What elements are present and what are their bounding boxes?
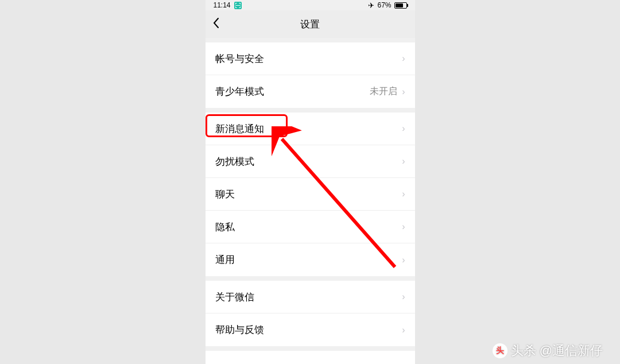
row-privacy[interactable]: 隐私 › [206,211,415,243]
chevron-right-icon: › [402,325,405,335]
chevron-right-icon: › [402,123,405,134]
row-label: 聊天 [215,188,235,201]
row-teen-mode[interactable]: 青少年模式 未开启 › [206,75,415,108]
status-left: 11:14 [214,1,242,9]
back-button[interactable] [212,17,219,32]
row-new-message-notification[interactable]: 新消息通知 › [206,113,415,145]
status-bar: 11:14 ✈ 67% [206,0,415,10]
battery-icon [394,2,407,9]
settings-section-partial [206,351,415,364]
watermark-text: 头杀 @通信新仔 [511,342,603,359]
navigation-bar: 设置 [206,10,415,38]
chevron-right-icon: › [402,87,405,97]
chevron-right-icon: › [402,156,405,166]
row-label: 新消息通知 [215,122,264,135]
row-partial[interactable] [206,351,415,364]
svg-rect-8 [235,5,241,6]
status-right: ✈ 67% [368,1,406,10]
row-about-wechat[interactable]: 关于微信 › [206,281,415,313]
scan-icon [234,2,242,9]
chevron-right-icon: › [402,255,405,265]
row-label: 青少年模式 [215,85,264,98]
row-label: 通用 [215,253,235,266]
settings-section-account: 帐号与安全 › 青少年模式 未开启 › [206,42,415,108]
airplane-mode-icon: ✈ [368,1,374,10]
watermark-icon: 头 [493,343,507,358]
row-general[interactable]: 通用 › [206,243,415,276]
row-label: 帮助与反馈 [215,323,264,336]
chevron-right-icon: › [402,222,405,232]
row-do-not-disturb[interactable]: 勿扰模式 › [206,145,415,178]
phone-screen: 11:14 ✈ 67% 设置 帐号与安全 › 青少年模式 未开启 › [206,0,415,364]
chevron-right-icon: › [402,189,405,199]
row-label: 帐号与安全 [215,52,264,65]
battery-percent: 67% [377,1,391,9]
svg-rect-3 [240,3,241,5]
row-label: 关于微信 [215,291,254,304]
settings-section-general: 新消息通知 › 勿扰模式 › 聊天 › 隐私 › 通用 › [206,113,415,276]
watermark: 头 头杀 @通信新仔 [493,342,603,359]
svg-rect-1 [235,3,236,5]
chevron-right-icon: › [402,53,405,64]
row-value: 未开启 [370,86,397,98]
row-label: 勿扰模式 [215,155,254,168]
chevron-right-icon: › [402,292,405,302]
svg-rect-7 [240,6,241,8]
nav-title: 设置 [206,18,415,31]
row-chat[interactable]: 聊天 › [206,178,415,211]
status-time: 11:14 [214,1,231,9]
row-account-security[interactable]: 帐号与安全 › [206,42,415,75]
svg-rect-5 [235,6,236,8]
settings-section-about: 关于微信 › 帮助与反馈 › [206,281,415,346]
row-help-feedback[interactable]: 帮助与反馈 › [206,313,415,346]
row-label: 隐私 [215,220,235,234]
